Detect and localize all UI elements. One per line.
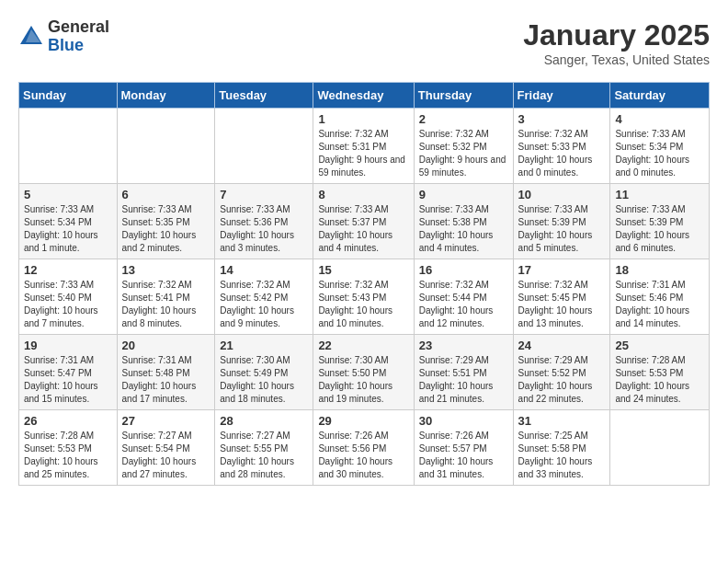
day-number: 24	[518, 339, 606, 352]
day-info: Sunrise: 7:33 AMSunset: 5:39 PMDaylight:…	[615, 203, 704, 255]
calendar-header: SundayMondayTuesdayWednesdayThursdayFrid…	[19, 83, 710, 109]
header-row: SundayMondayTuesdayWednesdayThursdayFrid…	[19, 83, 710, 109]
logo-general: General	[48, 18, 109, 37]
day-number: 30	[419, 414, 508, 428]
day-info: Sunrise: 7:33 AMSunset: 5:34 PMDaylight:…	[24, 203, 112, 255]
day-number: 18	[615, 263, 704, 277]
calendar-cell: 9Sunrise: 7:33 AMSunset: 5:38 PMDaylight…	[414, 184, 513, 259]
day-number: 9	[419, 188, 508, 201]
week-row-3: 12Sunrise: 7:33 AMSunset: 5:40 PMDayligh…	[19, 259, 710, 335]
calendar-cell: 5Sunrise: 7:33 AMSunset: 5:34 PMDaylight…	[19, 184, 118, 259]
day-number: 31	[518, 414, 606, 428]
day-info: Sunrise: 7:32 AMSunset: 5:45 PMDaylight:…	[518, 279, 606, 330]
calendar-cell: 27Sunrise: 7:27 AMSunset: 5:54 PMDayligh…	[117, 410, 215, 486]
logo-blue: Blue	[48, 37, 109, 55]
day-info: Sunrise: 7:33 AMSunset: 5:36 PMDaylight:…	[220, 203, 308, 255]
day-info: Sunrise: 7:28 AMSunset: 5:53 PMDaylight:…	[615, 354, 704, 406]
header-day-friday: Friday	[513, 83, 610, 109]
calendar-subtitle: Sanger, Texas, United States	[523, 52, 710, 67]
day-info: Sunrise: 7:31 AMSunset: 5:48 PMDaylight:…	[122, 354, 210, 406]
day-info: Sunrise: 7:28 AMSunset: 5:53 PMDaylight:…	[24, 430, 112, 481]
day-info: Sunrise: 7:32 AMSunset: 5:32 PMDaylight:…	[419, 128, 508, 179]
calendar-title: January 2025	[523, 18, 710, 52]
day-number: 27	[122, 414, 210, 428]
day-number: 15	[318, 263, 408, 277]
day-number: 22	[318, 339, 408, 352]
calendar-cell: 24Sunrise: 7:29 AMSunset: 5:52 PMDayligh…	[513, 335, 610, 410]
week-row-2: 5Sunrise: 7:33 AMSunset: 5:34 PMDaylight…	[19, 184, 710, 259]
calendar-cell	[19, 109, 118, 184]
day-number: 2	[419, 112, 508, 126]
calendar-cell: 20Sunrise: 7:31 AMSunset: 5:48 PMDayligh…	[117, 335, 215, 410]
day-info: Sunrise: 7:33 AMSunset: 5:40 PMDaylight:…	[24, 279, 112, 330]
calendar-cell: 19Sunrise: 7:31 AMSunset: 5:47 PMDayligh…	[19, 335, 118, 410]
calendar-cell: 29Sunrise: 7:26 AMSunset: 5:56 PMDayligh…	[313, 410, 414, 486]
calendar-cell: 16Sunrise: 7:32 AMSunset: 5:44 PMDayligh…	[414, 259, 513, 335]
day-number: 1	[318, 112, 408, 126]
calendar-cell: 11Sunrise: 7:33 AMSunset: 5:39 PMDayligh…	[610, 184, 710, 259]
day-info: Sunrise: 7:29 AMSunset: 5:51 PMDaylight:…	[419, 354, 508, 406]
day-number: 25	[615, 339, 704, 352]
title-block: January 2025 Sanger, Texas, United State…	[523, 18, 710, 67]
day-info: Sunrise: 7:33 AMSunset: 5:34 PMDaylight:…	[615, 128, 704, 179]
calendar-cell: 7Sunrise: 7:33 AMSunset: 5:36 PMDaylight…	[215, 184, 313, 259]
header-day-monday: Monday	[117, 83, 215, 109]
page-header: General Blue January 2025 Sanger, Texas,…	[18, 18, 710, 67]
calendar-cell: 26Sunrise: 7:28 AMSunset: 5:53 PMDayligh…	[19, 410, 118, 486]
day-number: 29	[318, 414, 408, 428]
day-number: 13	[122, 263, 210, 277]
calendar-cell: 1Sunrise: 7:32 AMSunset: 5:31 PMDaylight…	[313, 109, 414, 184]
day-info: Sunrise: 7:32 AMSunset: 5:43 PMDaylight:…	[318, 279, 408, 330]
day-number: 11	[615, 188, 704, 201]
day-info: Sunrise: 7:25 AMSunset: 5:58 PMDaylight:…	[518, 430, 606, 481]
day-number: 16	[419, 263, 508, 277]
day-info: Sunrise: 7:32 AMSunset: 5:44 PMDaylight:…	[419, 279, 508, 330]
logo-text: General Blue	[48, 18, 109, 55]
day-info: Sunrise: 7:27 AMSunset: 5:54 PMDaylight:…	[122, 430, 210, 481]
calendar-cell: 6Sunrise: 7:33 AMSunset: 5:35 PMDaylight…	[117, 184, 215, 259]
header-day-sunday: Sunday	[19, 83, 118, 109]
day-info: Sunrise: 7:26 AMSunset: 5:57 PMDaylight:…	[419, 430, 508, 481]
calendar-cell: 10Sunrise: 7:33 AMSunset: 5:39 PMDayligh…	[513, 184, 610, 259]
calendar-cell: 15Sunrise: 7:32 AMSunset: 5:43 PMDayligh…	[313, 259, 414, 335]
header-day-tuesday: Tuesday	[215, 83, 313, 109]
day-info: Sunrise: 7:31 AMSunset: 5:46 PMDaylight:…	[615, 279, 704, 330]
day-number: 17	[518, 263, 606, 277]
header-day-saturday: Saturday	[610, 83, 710, 109]
day-number: 4	[615, 112, 704, 126]
day-info: Sunrise: 7:33 AMSunset: 5:37 PMDaylight:…	[318, 203, 408, 255]
day-info: Sunrise: 7:30 AMSunset: 5:50 PMDaylight:…	[318, 354, 408, 406]
day-number: 21	[220, 339, 308, 352]
calendar-cell: 30Sunrise: 7:26 AMSunset: 5:57 PMDayligh…	[414, 410, 513, 486]
day-info: Sunrise: 7:32 AMSunset: 5:41 PMDaylight:…	[122, 279, 210, 330]
calendar-cell: 23Sunrise: 7:29 AMSunset: 5:51 PMDayligh…	[414, 335, 513, 410]
calendar-cell	[610, 410, 710, 486]
calendar-cell: 8Sunrise: 7:33 AMSunset: 5:37 PMDaylight…	[313, 184, 414, 259]
calendar-body: 1Sunrise: 7:32 AMSunset: 5:31 PMDaylight…	[19, 109, 710, 486]
week-row-1: 1Sunrise: 7:32 AMSunset: 5:31 PMDaylight…	[19, 109, 710, 184]
calendar-cell: 18Sunrise: 7:31 AMSunset: 5:46 PMDayligh…	[610, 259, 710, 335]
day-number: 5	[24, 188, 112, 201]
day-number: 12	[24, 263, 112, 277]
week-row-4: 19Sunrise: 7:31 AMSunset: 5:47 PMDayligh…	[19, 335, 710, 410]
day-number: 6	[122, 188, 210, 201]
calendar-cell: 13Sunrise: 7:32 AMSunset: 5:41 PMDayligh…	[117, 259, 215, 335]
day-number: 19	[24, 339, 112, 352]
logo-icon	[18, 24, 44, 50]
day-number: 28	[220, 414, 308, 428]
header-day-thursday: Thursday	[414, 83, 513, 109]
calendar-cell	[117, 109, 215, 184]
day-info: Sunrise: 7:32 AMSunset: 5:33 PMDaylight:…	[518, 128, 606, 179]
header-day-wednesday: Wednesday	[313, 83, 414, 109]
day-number: 26	[24, 414, 112, 428]
day-number: 3	[518, 112, 606, 126]
logo: General Blue	[18, 18, 109, 55]
day-number: 8	[318, 188, 408, 201]
day-info: Sunrise: 7:26 AMSunset: 5:56 PMDaylight:…	[318, 430, 408, 481]
day-info: Sunrise: 7:31 AMSunset: 5:47 PMDaylight:…	[24, 354, 112, 406]
calendar-cell: 22Sunrise: 7:30 AMSunset: 5:50 PMDayligh…	[313, 335, 414, 410]
day-info: Sunrise: 7:29 AMSunset: 5:52 PMDaylight:…	[518, 354, 606, 406]
day-info: Sunrise: 7:33 AMSunset: 5:35 PMDaylight:…	[122, 203, 210, 255]
calendar-table: SundayMondayTuesdayWednesdayThursdayFrid…	[18, 82, 710, 486]
calendar-cell	[215, 109, 313, 184]
